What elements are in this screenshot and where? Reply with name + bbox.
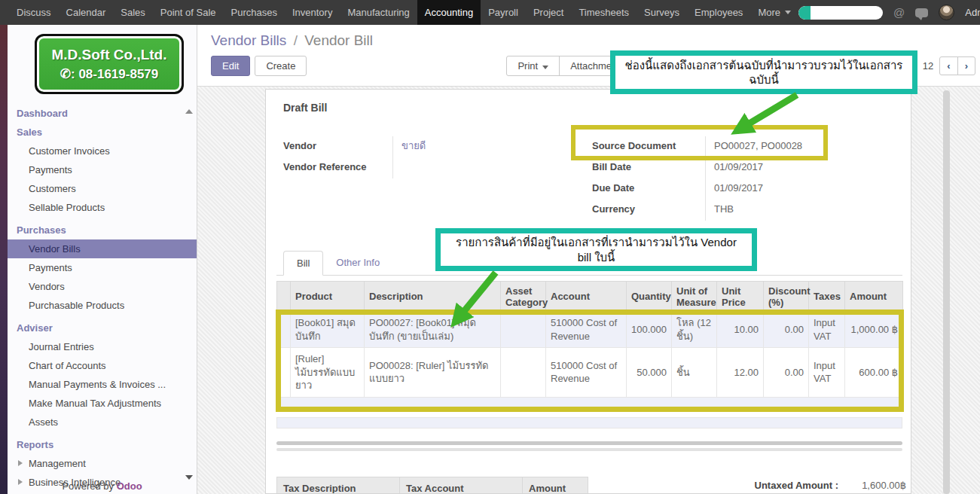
pager: 12 ‹ › [923, 56, 975, 75]
vendor-label: Vendor [283, 136, 392, 157]
table-row[interactable]: [Ruler] ไม้บรรทัดแบบยาว PO00028: [Ruler]… [277, 348, 903, 398]
nav-item-project[interactable]: Project [526, 0, 571, 25]
sidebar-section-sales[interactable]: Sales [0, 123, 197, 142]
sidebar-item-management[interactable]: Management [0, 454, 197, 473]
company-phone: ✆: 08-1619-8579 [60, 66, 159, 82]
sidebar-item-make-manual-tax-adjustments[interactable]: Make Manual Tax Adjustments [0, 394, 197, 413]
form-right-column: Source Document PO00027, PO00028 Bill Da… [592, 136, 878, 221]
sidebar-decor-strip [0, 25, 8, 494]
breadcrumb: Vendor Bills / Vendor Bill [211, 32, 980, 49]
breadcrumb-vendor-bills[interactable]: Vendor Bills [211, 32, 286, 48]
user-menu[interactable]: Administrator [965, 7, 980, 18]
chevron-down-icon [542, 66, 548, 69]
source-document-value: PO00027, PO00028 [705, 136, 878, 157]
form-left-column: Vendor ขายดี Vendor Reference [283, 136, 551, 178]
sidebar-section-adviser[interactable]: Adviser [0, 319, 197, 337]
company-logo: M.D.Soft Co.,Ltd. ✆: 08-1619-8579 [35, 34, 184, 94]
nav-item-purchases[interactable]: Purchases [224, 0, 285, 25]
untaxed-amount-value: 1,600.00฿ [853, 480, 906, 491]
cell-taxes: Input VAT [809, 312, 845, 348]
sidebar-item-journal-entries[interactable]: Journal Entries [0, 337, 197, 356]
horizontal-scrollbar-track [276, 448, 902, 451]
col-product[interactable]: Product [291, 282, 365, 312]
sidebar: M.D.Soft Co.,Ltd. ✆: 08-1619-8579 Dashbo… [0, 25, 197, 494]
nav-item-manufacturing[interactable]: Manufacturing [340, 0, 417, 25]
col-taxes[interactable]: Taxes [809, 282, 845, 312]
print-dropdown[interactable]: Print [506, 56, 560, 76]
attachments-dropdown[interactable]: Attachment(s) [559, 56, 653, 76]
chevron-down-icon [785, 11, 791, 14]
nav-item-accounting[interactable]: Accounting [417, 0, 481, 25]
sidebar-item-vendor-bills[interactable]: Vendor Bills [0, 239, 197, 258]
create-button[interactable]: Create [255, 56, 307, 76]
col-unit-of-measure[interactable]: Unit of Measure [672, 282, 717, 312]
cell-account: 510000 Cost of Revenue [546, 312, 627, 348]
sidebar-item-sellable-products[interactable]: Sellable Products [0, 198, 197, 217]
col-account[interactable]: Account [546, 282, 627, 312]
nav-item-timesheets[interactable]: Timesheets [571, 0, 637, 25]
untaxed-amount-label: Untaxed Amount : [755, 480, 838, 491]
messages-icon[interactable] [915, 8, 928, 17]
cell-asset-category [501, 348, 546, 398]
nav-item-sales[interactable]: Sales [113, 0, 153, 25]
sidebar-item-dashboard[interactable]: Dashboard [0, 104, 197, 123]
phone-icon: ✆ [60, 67, 71, 81]
col-discount[interactable]: Discount (%) [764, 282, 809, 312]
sidebar-section-reports[interactable]: Reports [0, 435, 197, 454]
mentions-icon[interactable]: @ [893, 6, 905, 19]
sidebar-section-purchases[interactable]: Purchases [0, 221, 197, 239]
nav-item-payroll[interactable]: Payroll [481, 0, 526, 25]
more-label: More [758, 7, 780, 18]
cell-quantity: 100.000 [627, 312, 672, 348]
col-asset-category[interactable]: Asset Category [501, 282, 546, 312]
vertical-scrollbar[interactable] [943, 90, 950, 494]
cell-uom: โหล (12 ชิ้น) [672, 312, 717, 348]
sidebar-item-purchasable-products[interactable]: Purchasable Products [0, 296, 197, 315]
nav-item-calendar[interactable]: Calendar [59, 0, 114, 25]
scroll-up-icon[interactable] [185, 109, 193, 114]
cell-account: 510000 Cost of Revenue [546, 348, 627, 398]
cell-amount: 1,000.00 ฿ [845, 312, 903, 348]
edit-button[interactable]: Edit [211, 56, 250, 76]
avatar[interactable] [939, 5, 954, 20]
sidebar-item-manual-payments-invoices[interactable]: Manual Payments & Invoices ... [0, 375, 197, 394]
action-dropdown[interactable]: Action [652, 56, 713, 76]
sidebar-item-vendors[interactable]: Vendors [0, 277, 197, 296]
col-unit-price[interactable]: Unit Price [717, 282, 764, 312]
nav-item-employees[interactable]: Employees [687, 0, 750, 25]
col-quantity[interactable]: Quantity [627, 282, 672, 312]
handle-column [277, 282, 291, 312]
nav-item-surveys[interactable]: Surveys [637, 0, 687, 25]
sidebar-item-customer-invoices[interactable]: Customer Invoices [0, 142, 197, 160]
top-navbar: Discuss Calendar Sales Point of Sale Pur… [0, 0, 980, 25]
nav-item-inventory[interactable]: Inventory [285, 0, 340, 25]
col-description[interactable]: Description [365, 282, 501, 312]
sidebar-item-assets[interactable]: Assets [0, 413, 197, 431]
pager-next-button[interactable]: › [957, 56, 975, 75]
sidebar-item-chart-of-accounts[interactable]: Chart of Accounts [0, 356, 197, 375]
tax-col-account: Tax Account [399, 477, 523, 494]
nav-item-discuss[interactable]: Discuss [9, 0, 59, 25]
sidebar-item-customers[interactable]: Customers [0, 179, 197, 198]
table-row[interactable]: [Book01] สมุดบันทึก PO00027: [Book01] สม… [277, 312, 903, 348]
cell-product: [Ruler] ไม้บรรทัดแบบยาว [291, 348, 365, 398]
scroll-down-icon[interactable] [185, 475, 193, 480]
odoo-logo[interactable]: Odoo [117, 480, 142, 492]
tab-bill[interactable]: Bill [283, 251, 323, 276]
breadcrumb-current: Vendor Bill [304, 32, 373, 48]
pager-previous-button[interactable]: ‹ [939, 56, 957, 75]
main-area: Vendor Bills / Vendor Bill Edit Create P… [197, 25, 980, 494]
col-amount[interactable]: Amount [845, 282, 903, 312]
cell-amount: 600.00 ฿ [845, 348, 903, 398]
nav-item-more[interactable]: More [750, 0, 798, 25]
sidebar-item-sales-payments[interactable]: Payments [0, 160, 197, 179]
planner-progressbar[interactable] [798, 6, 883, 20]
sidebar-item-purchase-payments[interactable]: Payments [0, 258, 197, 277]
nav-right-cluster: @ Administrator [798, 0, 980, 25]
tab-other-info[interactable]: Other Info [323, 251, 392, 275]
vendor-value[interactable]: ขายดี [392, 136, 551, 157]
due-date-value: 01/09/2017 [705, 178, 878, 200]
cell-asset-category [501, 312, 546, 348]
nav-item-point-of-sale[interactable]: Point of Sale [153, 0, 224, 25]
horizontal-scrollbar[interactable] [276, 441, 902, 445]
